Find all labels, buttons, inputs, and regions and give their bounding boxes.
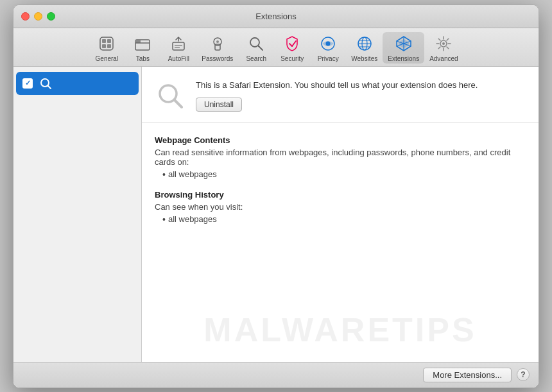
websites-icon	[354, 33, 375, 54]
permission-title-history: Browsing History	[155, 190, 526, 200]
toolbar-privacy[interactable]: Privacy	[310, 32, 346, 64]
permission-desc-history: Can see when you visit:	[155, 202, 526, 212]
toolbar: General Tabs Auto	[13, 28, 539, 67]
help-button[interactable]: ?	[517, 368, 530, 381]
websites-label: Websites	[351, 55, 377, 62]
svg-point-29	[442, 42, 445, 45]
toolbar-autofill[interactable]: AutoFill	[160, 32, 196, 64]
ext1-checkbox[interactable]: ✓	[22, 78, 33, 89]
bullet-icon-2: •	[162, 214, 166, 225]
privacy-label: Privacy	[318, 55, 339, 62]
general-icon	[96, 33, 117, 54]
maximize-button[interactable]	[47, 12, 55, 21]
security-label: Security	[280, 55, 304, 62]
svg-rect-4	[107, 44, 111, 48]
svg-point-13	[216, 40, 219, 43]
toolbar-websites[interactable]: Websites	[346, 32, 383, 64]
autofill-label: AutoFill	[168, 55, 189, 62]
watermark: MALWARETIPS	[142, 311, 539, 349]
toolbar-advanced[interactable]: Advanced	[424, 32, 463, 64]
ext-header: This is a Safari Extension. You should t…	[142, 67, 539, 123]
traffic-lights	[21, 12, 55, 21]
toolbar-security[interactable]: Security	[274, 32, 310, 64]
svg-rect-0	[100, 37, 113, 50]
passwords-icon	[207, 33, 228, 54]
search-toolbar-icon	[246, 33, 266, 54]
permission-webpage-contents: Webpage Contents Can read sensitive info…	[155, 135, 526, 180]
bullet-icon: •	[162, 169, 166, 180]
toolbar-passwords[interactable]: Passwords	[196, 32, 238, 64]
svg-line-17	[292, 41, 296, 46]
svg-rect-1	[102, 39, 106, 43]
ext-description: This is a Safari Extension. You should t…	[196, 80, 526, 91]
permission-title-webpage: Webpage Contents	[155, 135, 526, 145]
checkmark-icon: ✓	[25, 79, 31, 87]
tabs-label: Tabs	[136, 55, 150, 62]
toolbar-tabs[interactable]: Tabs	[125, 32, 160, 64]
minimize-button[interactable]	[34, 12, 42, 21]
svg-point-19	[326, 41, 331, 46]
more-extensions-button[interactable]: More Extensions...	[423, 368, 512, 382]
title-bar: Extensions	[13, 5, 539, 28]
ext-big-search-icon	[155, 80, 185, 111]
ext-header-text: This is a Safari Extension. You should t…	[196, 80, 526, 112]
extensions-label: Extensions	[388, 55, 419, 62]
advanced-icon	[433, 33, 454, 54]
svg-line-31	[48, 85, 51, 89]
close-button[interactable]	[21, 12, 30, 21]
svg-line-15	[259, 46, 263, 50]
general-label: General	[96, 55, 119, 62]
extensions-icon	[393, 33, 414, 54]
svg-rect-3	[102, 44, 106, 48]
privacy-icon	[318, 33, 338, 54]
security-icon	[282, 33, 302, 54]
search-label: Search	[246, 55, 266, 62]
svg-rect-8	[173, 42, 184, 50]
window-title: Extensions	[255, 12, 297, 21]
toolbar-general[interactable]: General	[89, 32, 125, 64]
sidebar: ✓	[13, 67, 142, 362]
main-content: ✓ This is	[13, 67, 539, 362]
sidebar-item-ext1[interactable]: ✓	[16, 72, 139, 95]
uninstall-button[interactable]: Uninstall	[196, 98, 242, 112]
permission-desc-webpage: Can read sensitive information from webp…	[155, 148, 526, 167]
advanced-label: Advanced	[429, 55, 458, 62]
passwords-label: Passwords	[202, 55, 233, 62]
permission-item-webpage-1: • all webpages	[162, 169, 526, 180]
toolbar-search[interactable]: Search	[238, 32, 274, 64]
autofill-icon	[168, 33, 189, 54]
toolbar-extensions[interactable]: Extensions	[383, 32, 424, 64]
permission-item-history-1: • all webpages	[162, 214, 526, 225]
ext-permissions: MALWARETIPS Webpage Contents Can read se…	[142, 123, 539, 362]
permission-browsing-history: Browsing History Can see when you visit:…	[155, 190, 526, 225]
svg-line-33	[175, 100, 182, 107]
footer: More Extensions... ?	[13, 362, 539, 388]
detail-panel: This is a Safari Extension. You should t…	[142, 67, 539, 362]
tabs-icon	[132, 33, 153, 54]
ext1-icon	[38, 76, 53, 91]
svg-rect-2	[107, 39, 111, 43]
safari-preferences-window: Extensions General	[13, 4, 539, 388]
